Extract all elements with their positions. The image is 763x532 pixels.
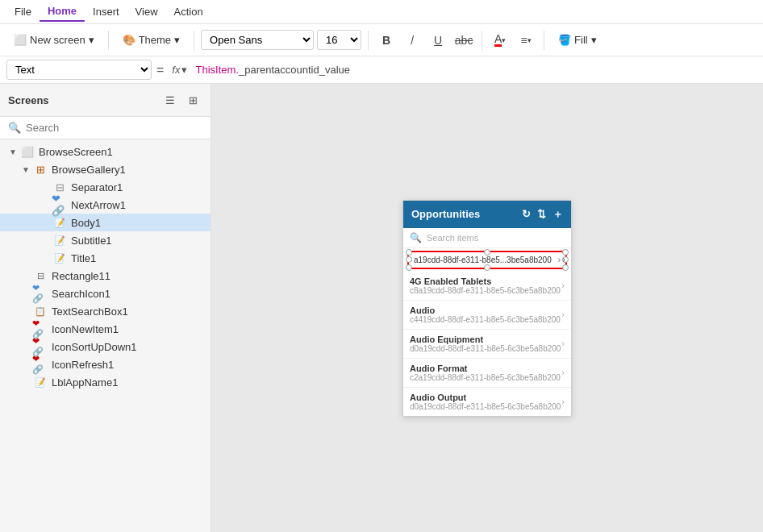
list-item-4-content: Audio Format c2a19cdd-88df-e311-b8e5-6c3… <box>410 364 561 382</box>
sidebar-item-refresh[interactable]: ❤🔗 IconRefresh1 <box>0 355 211 373</box>
add-header-icon[interactable]: ＋ <box>552 207 563 222</box>
toolbar-divider-4 <box>482 31 482 50</box>
handle-ml[interactable] <box>406 256 412 263</box>
item-right-arrow-icon: › <box>562 254 565 265</box>
menu-view[interactable]: View <box>127 2 166 21</box>
font-color-chevron-icon: ▾ <box>502 36 506 44</box>
sidebar-item-new-item[interactable]: ❤🔗 IconNewItem1 <box>0 320 211 338</box>
list-item-4-title: Audio Format <box>410 364 561 373</box>
expand-gallery-icon[interactable]: ▼ <box>19 165 32 174</box>
sidebar-item-browse-screen[interactable]: ▼ ⬜ BrowseScreen1 <box>0 143 211 160</box>
sidebar-item-separator[interactable]: ⊟ Separator1 <box>0 178 211 196</box>
new-screen-button[interactable]: ⬜ New screen ▾ <box>6 30 102 50</box>
fx-icon: fx <box>172 64 180 76</box>
sidebar-item-search-icon[interactable]: ❤🔗 SearchIcon1 <box>0 285 211 302</box>
sidebar-item-title[interactable]: 📝 Title1 <box>0 249 211 267</box>
formula-rest: _parentaccountid_value <box>239 64 350 76</box>
selected-item-arrow-icon: › <box>558 256 561 264</box>
list-item-5-subtitle: d0a19cdd-88df-e311-b8e5-6c3be5a8b200 <box>410 402 561 411</box>
theme-chevron-icon: ▾ <box>174 34 180 46</box>
handle-bl[interactable] <box>406 264 412 271</box>
subtitle-label: Subtitle1 <box>71 235 112 247</box>
search-bar: 🔍 <box>0 117 211 139</box>
list-item-2-title: Audio <box>410 305 561 315</box>
sidebar-list-view-button[interactable]: ☰ <box>161 90 180 110</box>
menu-action[interactable]: Action <box>166 2 211 21</box>
list-item-3-content: Audio Equipment d0a19cdd-88df-e311-b8e5-… <box>410 335 561 353</box>
body-label: Body1 <box>71 217 101 229</box>
underline-button[interactable]: U <box>427 29 449 52</box>
theme-button[interactable]: 🎨 Theme ▾ <box>115 30 187 50</box>
align-chevron-icon: ▾ <box>527 36 532 44</box>
property-dropdown[interactable]: Text <box>6 60 152 80</box>
canvas-area[interactable]: Opportunities ↻ ⇅ ＋ 🔍 Search items a19cd… <box>211 84 763 532</box>
menu-file[interactable]: File <box>6 2 40 21</box>
font-color-button[interactable]: A ▾ <box>489 29 511 52</box>
sidebar-item-body[interactable]: 📝 Body1 <box>0 214 211 231</box>
formula-keyword: ThisItem. <box>195 64 238 76</box>
bold-button[interactable]: B <box>375 29 398 52</box>
title-label: Title1 <box>71 252 96 264</box>
sidebar-title: Screens <box>8 94 49 106</box>
sidebar-item-subtitle[interactable]: 📝 Subtitle1 <box>0 231 211 249</box>
list-item-5-content: Audio Output d0a19cdd-88df-e311-b8e5-6c3… <box>410 393 561 411</box>
search-input[interactable] <box>26 122 202 134</box>
toolbar: ⬜ New screen ▾ 🎨 Theme ▾ Open Sans 16 B … <box>0 24 763 56</box>
screen-icon: ⬜ <box>19 145 35 158</box>
list-item-2-subtitle: c4419cdd-88df-e311-b8e5-6c3be5a8b200 <box>410 315 561 324</box>
handle-tl[interactable] <box>406 249 412 256</box>
list-item-1[interactable]: 4G Enabled Tablets c8a19cdd-88df-e311-b8… <box>403 272 571 301</box>
rectangle-label: Rectangle11 <box>52 270 110 282</box>
sidebar-header: Screens ☰ ⊞ <box>0 84 211 117</box>
sort-header-icon[interactable]: ⇅ <box>537 208 546 220</box>
list-item-3-title: Audio Equipment <box>410 335 561 344</box>
refresh-header-icon[interactable]: ↻ <box>522 208 531 220</box>
sidebar-item-sort[interactable]: ❤🔗 IconSortUpDown1 <box>0 338 211 355</box>
menu-insert[interactable]: Insert <box>85 2 127 21</box>
textbox-label: TextSearchBox1 <box>52 305 128 318</box>
list-item-5[interactable]: Audio Output d0a19cdd-88df-e311-b8e5-6c3… <box>403 388 571 416</box>
gallery-list: 4G Enabled Tablets c8a19cdd-88df-e311-b8… <box>403 272 571 416</box>
sidebar-item-lbl-app-name[interactable]: 📝 LblAppName1 <box>0 373 211 391</box>
sidebar-item-browse-gallery[interactable]: ▼ ⊞ BrowseGallery1 <box>0 160 211 178</box>
align-button[interactable]: ≡ ▾ <box>515 29 537 52</box>
new-screen-label: New screen <box>30 34 85 46</box>
font-size-select[interactable]: 16 <box>317 30 361 50</box>
expand-browse-icon[interactable]: ▼ <box>6 148 19 156</box>
selected-gallery-item-container[interactable]: a19cdd-88df-e311-b8e5...3be5a8b200 › <box>406 251 569 269</box>
sidebar-item-next-arrow[interactable]: ❤🔗 NextArrow1 <box>0 196 211 214</box>
sidebar-item-rectangle[interactable]: ⊟ Rectangle11 <box>0 267 211 285</box>
list-item-4-subtitle: c2a19cdd-88df-e311-b8e5-6c3be5a8b200 <box>410 373 561 382</box>
list-item-5-title: Audio Output <box>410 393 561 402</box>
tree-panel: ▼ ⬜ BrowseScreen1 ▼ ⊞ BrowseGallery1 ⊟ S… <box>0 139 211 532</box>
font-select[interactable]: Open Sans <box>201 30 314 50</box>
strikethrough-button[interactable]: abc <box>452 29 475 52</box>
new-item-icon: ❤🔗 <box>32 322 48 335</box>
search-icon-label: SearchIcon1 <box>52 288 110 300</box>
menu-home[interactable]: Home <box>40 2 85 22</box>
list-item-2[interactable]: Audio c4419cdd-88df-e311-b8e5-6c3be5a8b2… <box>403 301 571 330</box>
list-item-2-arrow-icon: › <box>561 310 565 319</box>
toolbar-divider-2 <box>194 31 194 50</box>
fill-button[interactable]: 🪣 Fill ▾ <box>551 30 604 50</box>
theme-label: Theme <box>139 34 171 46</box>
handle-tm[interactable] <box>484 249 490 256</box>
rectangle-icon: ⊟ <box>32 269 48 282</box>
refresh-icon: ❤🔗 <box>32 358 48 371</box>
italic-button[interactable]: / <box>401 29 423 52</box>
refresh-label: IconRefresh1 <box>52 359 114 371</box>
list-item-4[interactable]: Audio Format c2a19cdd-88df-e311-b8e5-6c3… <box>403 359 571 388</box>
list-item-3[interactable]: Audio Equipment d0a19cdd-88df-e311-b8e5-… <box>403 330 571 359</box>
fx-button[interactable]: fx ▾ <box>169 62 190 77</box>
sidebar-grid-view-button[interactable]: ⊞ <box>183 90 202 110</box>
handle-bm[interactable] <box>484 264 490 271</box>
lbl-icon: 📝 <box>32 376 48 389</box>
app-search-icon: 🔍 <box>410 232 422 243</box>
sort-label: IconSortUpDown1 <box>52 341 137 353</box>
sidebar: Screens ☰ ⊞ 🔍 ▼ ⬜ BrowseScreen1 ▼ ⊞ <box>0 84 211 532</box>
main-layout: Screens ☰ ⊞ 🔍 ▼ ⬜ BrowseScreen1 ▼ ⊞ <box>0 84 763 532</box>
formula-display: ThisItem._parentaccountid_value <box>195 64 757 76</box>
list-item-5-arrow-icon: › <box>561 397 565 406</box>
selected-gallery-item[interactable]: a19cdd-88df-e311-b8e5...3be5a8b200 › <box>407 251 567 269</box>
sidebar-item-text-search-box[interactable]: 📋 TextSearchBox1 <box>0 302 211 320</box>
